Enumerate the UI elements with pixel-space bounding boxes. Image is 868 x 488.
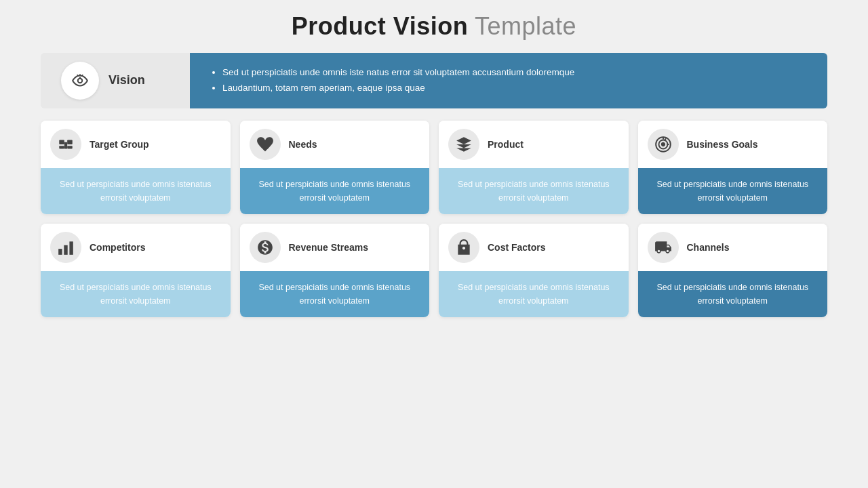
card-header-competitors: Competitors [41, 224, 231, 271]
vision-row: Vision Sed ut perspiciatis unde omnis is… [41, 53, 827, 108]
card-title-cost-factors: Cost Factors [488, 242, 546, 253]
target-group-icon [50, 129, 81, 160]
card-title-revenue-streams: Revenue Streams [289, 242, 369, 253]
card-revenue-streams: Revenue Streams Sed ut perspiciatis unde… [240, 224, 430, 317]
card-body-cost-factors: Sed ut perspiciatis unde omnis istenatus… [439, 271, 629, 317]
card-header-revenue-streams: Revenue Streams [240, 224, 430, 271]
svg-rect-5 [59, 140, 64, 144]
card-target-group: Target Group Sed ut perspiciatis unde om… [41, 121, 231, 214]
card-title-product: Product [488, 139, 524, 150]
vision-bullet-2: Laudantium, totam rem aperiam, eaque ips… [222, 81, 807, 96]
card-title-business-goals: Business Goals [687, 139, 758, 150]
card-header-needs: Needs [240, 121, 430, 168]
svg-rect-17 [64, 245, 67, 255]
vision-content: Sed ut perspiciatis unde omnis iste natu… [190, 53, 827, 108]
card-body-competitors: Sed ut perspiciatis unde omnis istenatus… [41, 271, 231, 317]
vision-left: Vision [41, 53, 190, 108]
page-title: Product Vision Template [292, 12, 576, 41]
channels-icon [648, 232, 679, 263]
card-header-channels: Channels [638, 224, 828, 271]
card-header-product: Product [439, 121, 629, 168]
svg-point-1 [79, 77, 81, 79]
business-goals-icon [648, 129, 679, 160]
card-needs: Needs Sed ut perspiciatis unde omnis ist… [240, 121, 430, 214]
revenue-streams-icon [250, 232, 281, 263]
card-body-product: Sed ut perspiciatis unde omnis istenatus… [439, 168, 629, 214]
card-title-channels: Channels [687, 242, 730, 253]
vision-icon [61, 62, 99, 100]
card-title-needs: Needs [289, 139, 317, 150]
vision-bullet-1: Sed ut perspiciatis unde omnis iste natu… [222, 65, 807, 81]
competitors-icon [50, 232, 81, 263]
card-body-target-group: Sed ut perspiciatis unde omnis istenatus… [41, 168, 231, 214]
cards-row-2: Competitors Sed ut perspiciatis unde omn… [41, 224, 827, 317]
card-body-needs: Sed ut perspiciatis unde omnis istenatus… [240, 168, 430, 214]
card-header-target-group: Target Group [41, 121, 231, 168]
card-header-business-goals: Business Goals [638, 121, 828, 168]
svg-rect-18 [69, 241, 73, 255]
svg-rect-9 [64, 142, 67, 149]
card-body-business-goals: Sed ut perspiciatis unde omnis istenatus… [638, 168, 828, 214]
card-product: Product Sed ut perspiciatis unde omnis i… [439, 121, 629, 214]
cost-factors-icon [448, 232, 479, 263]
card-channels: Channels Sed ut perspiciatis unde omnis … [638, 224, 828, 317]
svg-rect-7 [59, 146, 64, 148]
product-icon [448, 129, 479, 160]
svg-rect-8 [67, 146, 73, 148]
vision-label: Vision [108, 73, 145, 87]
card-body-revenue-streams: Sed ut perspiciatis unde omnis istenatus… [240, 271, 430, 317]
svg-rect-16 [58, 249, 62, 255]
svg-rect-6 [67, 140, 73, 144]
svg-point-0 [78, 79, 83, 83]
card-title-target-group: Target Group [90, 139, 149, 150]
card-body-channels: Sed ut perspiciatis unde omnis istenatus… [638, 271, 828, 317]
needs-icon [250, 129, 281, 160]
cards-row-1: Target Group Sed ut perspiciatis unde om… [41, 121, 827, 214]
page: Product Vision Template Vision Sed ut pe… [0, 0, 868, 488]
card-cost-factors: Cost Factors Sed ut perspiciatis unde om… [439, 224, 629, 317]
card-competitors: Competitors Sed ut perspiciatis unde omn… [41, 224, 231, 317]
cards-section: Target Group Sed ut perspiciatis unde om… [41, 121, 827, 317]
card-header-cost-factors: Cost Factors [439, 224, 629, 271]
card-business-goals: Business Goals Sed ut perspiciatis unde … [638, 121, 828, 214]
card-title-competitors: Competitors [90, 242, 145, 253]
svg-point-12 [661, 143, 664, 146]
